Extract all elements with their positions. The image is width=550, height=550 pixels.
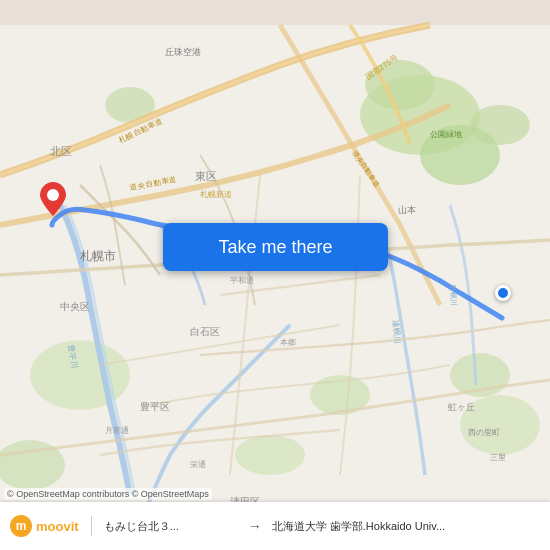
moovit-brand-text: moovit [36, 519, 79, 534]
take-me-there-button[interactable]: Take me there [163, 223, 388, 271]
svg-text:栄通: 栄通 [190, 460, 206, 469]
svg-text:三里: 三里 [490, 453, 506, 462]
moovit-logo: m moovit [10, 515, 79, 537]
svg-text:公園緑地: 公園緑地 [430, 130, 462, 139]
attribution-text: © OpenStreetMap contributors © OpenStree… [7, 489, 209, 499]
route-to-label: 北海道大学 歯学部.Hokkaido Univ... [272, 519, 540, 534]
origin-pin [40, 182, 66, 220]
svg-text:西の里町: 西の里町 [468, 428, 500, 437]
svg-text:東区: 東区 [195, 170, 217, 182]
svg-point-4 [470, 105, 530, 145]
map-attribution: © OpenStreetMap contributors © OpenStree… [4, 488, 212, 500]
map-background: 北区 東区 札幌市 中央区 白石区 豊平区 清田区 虹ヶ丘 西の里町 三里 菊水… [0, 0, 550, 550]
svg-text:中央区: 中央区 [60, 301, 90, 312]
route-arrow-icon: → [248, 518, 262, 534]
svg-text:白石区: 白石区 [190, 326, 220, 337]
route-from-label: もみじ台北３... [104, 519, 238, 534]
svg-text:山本: 山本 [398, 205, 416, 215]
map-container: 北区 東区 札幌市 中央区 白石区 豊平区 清田区 虹ヶ丘 西の里町 三里 菊水… [0, 0, 550, 550]
svg-text:丘珠空港: 丘珠空港 [165, 47, 201, 57]
svg-text:札幌市: 札幌市 [80, 249, 116, 263]
bottom-bar: m moovit もみじ台北３... → 北海道大学 歯学部.Hokkaido … [0, 502, 550, 550]
svg-point-38 [47, 189, 59, 201]
moovit-logo-circle: m [10, 515, 32, 537]
bottom-divider [91, 516, 92, 536]
svg-text:本郷: 本郷 [280, 338, 296, 347]
destination-pin [495, 285, 511, 301]
svg-text:北区: 北区 [50, 145, 72, 157]
svg-text:札幌新道: 札幌新道 [200, 190, 232, 199]
svg-text:豊平区: 豊平区 [140, 401, 170, 412]
svg-text:虹ヶ丘: 虹ヶ丘 [448, 402, 475, 412]
svg-point-11 [235, 435, 305, 475]
svg-text:月寒通: 月寒通 [105, 426, 129, 435]
svg-text:平和通: 平和通 [230, 276, 254, 285]
